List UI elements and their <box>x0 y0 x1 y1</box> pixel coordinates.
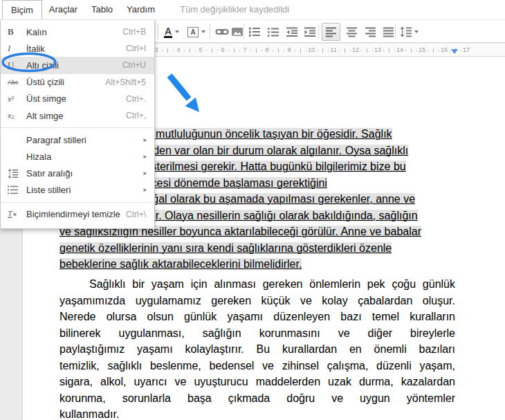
menu-item-shortcut: Ctrl+U <box>122 60 154 70</box>
menu-item-italic[interactable]: IİtalikCtrl+I <box>1 40 154 57</box>
ruler-tick <box>206 50 207 51</box>
align-right-icon <box>365 26 376 37</box>
menu-item-bold[interactable]: BKalınCtrl+B <box>1 24 154 40</box>
align-left-icon <box>325 26 337 37</box>
text-line[interactable]: bebeklerine sağlık aktarabileceklerini b… <box>59 256 421 273</box>
ruler-number: 11 <box>329 46 338 53</box>
chevron-down-icon <box>414 30 419 33</box>
text-line[interactable]: paylaştığımız yaşamı kolaylaştırır. Bu k… <box>59 341 455 358</box>
text-line[interactable]: genetik özelliklerinin yanı sıra kendi s… <box>59 240 421 257</box>
line-spacing-button[interactable] <box>398 23 420 41</box>
menu-item-label: İtalik <box>26 44 126 54</box>
strikethrough-icon: Abc <box>8 79 26 86</box>
ruler-tick <box>361 50 362 51</box>
ruler-tick <box>367 48 367 53</box>
increase-indent-button[interactable] <box>302 23 318 41</box>
text-line[interactable]: sigara, alkol, uyarıcı ve uyuşturucu mad… <box>59 374 455 390</box>
justify-button[interactable] <box>380 23 396 41</box>
ruler-number: 8 <box>262 46 272 53</box>
menu-tab-yardim[interactable]: Yardım <box>120 0 162 19</box>
menu-tab-araclar[interactable]: Araçlar <box>42 0 84 19</box>
ruler-tick <box>278 48 279 53</box>
ruler-tick <box>256 48 257 53</box>
numbered-list-icon <box>248 26 261 37</box>
menu-item-clear-formatting[interactable]: T×Biçimlendirmeyi temizleCtrl+\ <box>1 206 154 223</box>
text-line[interactable]: temizlik, sağlıklı beslenme, bedensel ve… <box>59 358 455 374</box>
ruler-number: 7 <box>240 46 250 53</box>
text-line[interactable]: kullanmadır. <box>59 406 455 420</box>
selected-underlined-text: genetik özelliklerinin yanı sıra kendi s… <box>59 242 392 254</box>
text-line[interactable]: bilinerek uygulanması, sağlığın korunmas… <box>59 325 455 342</box>
line-spacing-icon <box>400 26 412 37</box>
toolbar-separator <box>318 24 319 39</box>
text-line[interactable]: korunma, sorunlarla başa çıkmada doğru v… <box>59 390 455 407</box>
numbered-list-button[interactable] <box>246 23 263 41</box>
link-icon <box>215 26 229 38</box>
menu-item-underline[interactable]: UAltı çiziliCtrl+U <box>1 57 154 73</box>
chevron-down-icon <box>201 30 205 33</box>
highlight-color-icon: A <box>187 27 199 37</box>
ruler-number: 9 <box>284 46 294 53</box>
menu-item-list-styles[interactable]: Liste stilleri► <box>1 182 154 199</box>
text-color-button[interactable]: A <box>161 23 182 41</box>
text-line[interactable]: Sağlıklı bir yaşam için alınması gereken… <box>59 276 455 293</box>
menu-item-shortcut: Ctrl+I <box>126 44 154 53</box>
decrease-indent-icon <box>286 26 298 37</box>
ruler-tick <box>405 50 406 51</box>
menu-item-label: Hizala <box>26 152 143 162</box>
ruler-tick <box>450 50 450 51</box>
justify-icon <box>383 26 394 37</box>
highlight-color-button[interactable]: A <box>185 23 208 41</box>
submenu-arrow-icon: ► <box>143 170 154 176</box>
underline-icon: U <box>8 60 26 71</box>
menu-tab-tablo[interactable]: Tablo <box>84 0 120 19</box>
submenu-arrow-icon: ► <box>143 187 154 193</box>
ruler-tick <box>428 50 428 51</box>
google-docs-window: Biçim Araçlar Tablo Yardım Tüm değişikli… <box>0 0 505 420</box>
ruler-tick <box>317 50 318 51</box>
menu-item-shortcut: Ctrl+, <box>126 111 154 120</box>
line-spacing-icon <box>8 169 26 179</box>
text-line[interactable]: yaşamımızda uygulamamız gereken küçük ve… <box>59 293 455 309</box>
ruler-number: 14 <box>395 46 405 53</box>
paragraph-body[interactable]: Sağlıklı bir yaşam için alınması gereken… <box>59 276 455 420</box>
ruler-tick <box>234 48 235 53</box>
menu-item-subscript[interactable]: x₂Alt simgeCtrl+, <box>1 107 154 124</box>
menu-separator <box>1 202 154 203</box>
ruler-tick <box>184 50 185 51</box>
submenu-arrow-icon: ► <box>143 137 154 143</box>
increase-indent-icon <box>304 26 316 37</box>
superscript-icon: x² <box>8 95 26 103</box>
ruler-number: 12 <box>351 46 360 53</box>
text-color-icon: A <box>164 26 172 38</box>
menu-tab-bicim[interactable]: Biçim <box>2 0 42 19</box>
menu-item-shortcut: Ctrl+. <box>126 94 154 104</box>
ruler-tick <box>190 48 190 53</box>
ruler-tick <box>322 48 323 53</box>
chevron-down-icon <box>175 30 179 33</box>
menu-item-label: Liste stilleri <box>26 185 143 195</box>
align-right-button[interactable] <box>362 23 378 41</box>
decrease-indent-button[interactable] <box>284 23 300 41</box>
toolbar-separator <box>244 24 244 39</box>
ruler-tick <box>212 48 212 53</box>
text-line[interactable]: Nerede olursa olsun günlük yaşamı düzenl… <box>59 309 455 325</box>
align-center-button[interactable] <box>343 23 360 41</box>
menu-item-label: Altı çizili <box>26 60 122 71</box>
menu-item-paragraph-styles[interactable]: Paragraf stilleri► <box>1 131 154 148</box>
right-indent-marker[interactable] <box>451 49 458 54</box>
ruler-number: 17 <box>461 46 471 53</box>
ruler-number: 15 <box>417 46 427 53</box>
ruler-tick <box>250 50 251 51</box>
menu-item-label: Biçimlendirmeyi temizle <box>26 209 126 219</box>
menu-item-line-spacing[interactable]: Satır aralığı► <box>1 165 154 182</box>
menu-separator <box>1 127 154 128</box>
bulleted-list-button[interactable] <box>265 23 282 41</box>
ruler-tick <box>383 50 384 51</box>
menu-item-superscript[interactable]: x²Üst simgeCtrl+. <box>1 91 154 107</box>
menu-item-strikethrough[interactable]: AbcÜstü çiziliAlt+Shift+5 <box>1 74 154 91</box>
align-left-button[interactable] <box>322 23 340 41</box>
toolbar-separator <box>158 24 158 39</box>
ruler-number: 5 <box>196 46 205 53</box>
menu-item-align[interactable]: Hizala► <box>1 148 154 165</box>
